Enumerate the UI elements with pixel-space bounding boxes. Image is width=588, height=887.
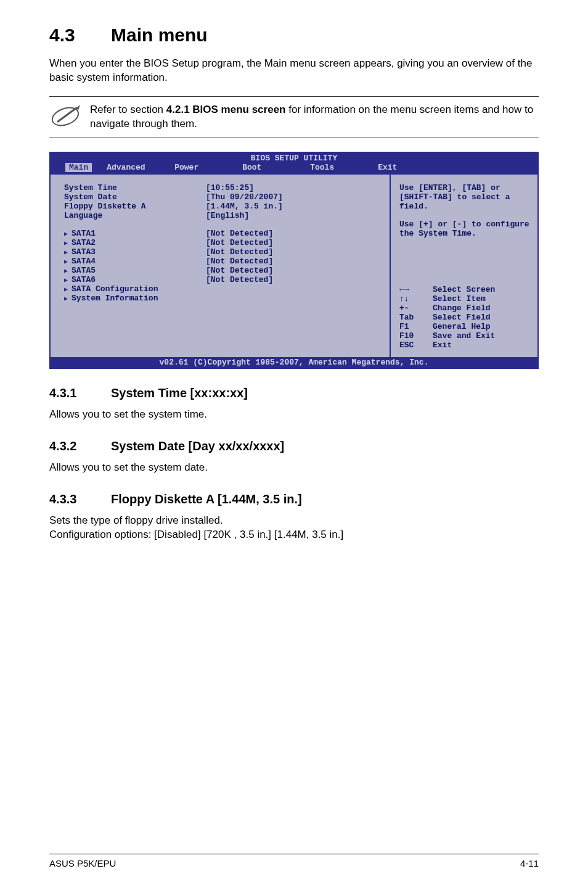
bios-tab: Exit: [378, 163, 446, 172]
subsection-number: 4.3.3: [49, 492, 111, 506]
subsection-number: 4.3.1: [49, 386, 111, 400]
bios-field-value: [Not Detected]: [206, 238, 273, 247]
bios-key: ←→: [399, 285, 433, 294]
bios-field-value: [Thu 09/20/2007]: [206, 192, 283, 202]
bios-field-row: Language[English]: [64, 211, 382, 220]
bios-key: +-: [399, 303, 433, 313]
bios-key-row: ↑↓Select Item: [399, 294, 530, 303]
bios-field-label: System Time: [64, 183, 206, 192]
bios-key-desc: Change Field: [433, 303, 491, 313]
bios-field-label: SATA6: [64, 275, 206, 284]
bios-field-row: SATA3[Not Detected]: [64, 247, 382, 257]
bios-field-label: System Date: [64, 192, 206, 202]
subsection: 4.3.1System Time [xx:xx:xx]Allows you to…: [49, 386, 539, 422]
footer-left: ASUS P5K/EPU: [49, 858, 116, 868]
bios-field-value: [Not Detected]: [206, 229, 273, 238]
intro-paragraph: When you enter the BIOS Setup program, t…: [49, 57, 539, 85]
bios-help-pane: Use [ENTER], [TAB] or [SHIFT-TAB] to sel…: [391, 173, 537, 357]
bios-field-value: [English]: [206, 211, 249, 220]
bios-header-title: BIOS SETUP UTILITY: [51, 154, 537, 163]
bios-key: ESC: [399, 340, 433, 350]
bios-left-pane: System Time[10:55:25]System Date[Thu 09/…: [51, 173, 391, 357]
bios-footer: v02.61 (C)Copyright 1985-2007, American …: [51, 357, 537, 368]
subsection-title: Floppy Diskette A [1.44M, 3.5 in.]: [111, 492, 302, 506]
note-text: Refer to section 4.2.1 BIOS menu screen …: [90, 103, 539, 131]
bios-field-row: Floppy Diskette A[1.44M, 3.5 in.]: [64, 202, 382, 211]
section-heading: 4.3Main menu: [49, 25, 539, 46]
bios-key-desc: Select Field: [433, 313, 491, 322]
bios-key-row: ESCExit: [399, 340, 530, 350]
bios-key-desc: Select Screen: [433, 285, 495, 294]
bios-field-value: [Not Detected]: [206, 266, 273, 275]
bios-screenshot: BIOS SETUP UTILITY Main Advanced Power B…: [49, 152, 539, 369]
bios-field-label: SATA5: [64, 266, 206, 275]
bios-key-row: +-Change Field: [399, 303, 530, 313]
bios-field-label: Language: [64, 211, 206, 220]
bios-key-row: TabSelect Field: [399, 313, 530, 322]
bios-submenu-label: SATA Configuration: [64, 284, 206, 294]
bios-field-row: SATA4[Not Detected]: [64, 257, 382, 266]
subsection: 4.3.2System Date [Day xx/xx/xxxx]Allows …: [49, 439, 539, 475]
bios-submenu-label: System Information: [64, 294, 206, 303]
bios-key: ↑↓: [399, 294, 433, 303]
bios-field-value: [Not Detected]: [206, 275, 273, 284]
bios-field-row: SATA1[Not Detected]: [64, 229, 382, 238]
subsection-number: 4.3.2: [49, 439, 111, 453]
bios-field-label: SATA3: [64, 247, 206, 257]
bios-tab-main: Main: [65, 163, 92, 172]
bios-field-value: [10:55:25]: [206, 183, 254, 192]
subsection-heading: 4.3.3Floppy Diskette A [1.44M, 3.5 in.]: [49, 492, 539, 506]
subsection-heading: 4.3.1System Time [xx:xx:xx]: [49, 386, 539, 400]
subsection-body: Allows you to set the system date.: [49, 461, 539, 475]
subsection-body: Allows you to set the system time.: [49, 408, 539, 422]
subsection-title: System Date [Day xx/xx/xxxx]: [111, 439, 284, 453]
bios-key: Tab: [399, 313, 433, 322]
subsection: 4.3.3Floppy Diskette A [1.44M, 3.5 in.]S…: [49, 492, 539, 542]
section-title-text: Main menu: [111, 25, 208, 45]
bios-key: F10: [399, 331, 433, 340]
bios-field-row: SATA6[Not Detected]: [64, 275, 382, 284]
bios-field-row: System Date[Thu 09/20/2007]: [64, 192, 382, 202]
subsection-title: System Time [xx:xx:xx]: [111, 386, 248, 400]
footer-right: 4-11: [520, 858, 539, 868]
bios-key-desc: Exit: [433, 340, 452, 350]
bios-tab: Tools: [310, 163, 378, 172]
bios-submenu-row: System Information: [64, 294, 382, 303]
bios-field-label: SATA2: [64, 238, 206, 247]
bios-field-value: [Not Detected]: [206, 257, 273, 266]
bios-help-keys: ←→Select Screen↑↓Select Item+-Change Fie…: [399, 285, 530, 350]
bios-tab: Power: [174, 163, 242, 172]
bios-field-label: SATA1: [64, 229, 206, 238]
page-footer: ASUS P5K/EPU 4-11: [49, 854, 539, 868]
bios-tab: Advanced: [107, 163, 174, 172]
bios-tab: Boot: [242, 163, 310, 172]
bios-submenu-row: SATA Configuration: [64, 284, 382, 294]
note-icon: [49, 103, 81, 130]
bios-key-row: F1General Help: [399, 322, 530, 331]
bios-key-desc: Save and Exit: [433, 331, 495, 340]
note-box: Refer to section 4.2.1 BIOS menu screen …: [49, 96, 539, 138]
bios-help-text: Use [ENTER], [TAB] or [SHIFT-TAB] to sel…: [399, 183, 530, 211]
bios-field-value: [1.44M, 3.5 in.]: [206, 202, 283, 211]
bios-field-value: [Not Detected]: [206, 247, 273, 257]
bios-field-label: Floppy Diskette A: [64, 202, 206, 211]
bios-field-label: SATA4: [64, 257, 206, 266]
bios-body: System Time[10:55:25]System Date[Thu 09/…: [51, 173, 537, 357]
subsection-body: Sets the type of floppy drive installed.…: [49, 514, 539, 542]
bios-key: F1: [399, 322, 433, 331]
bios-key-row: F10Save and Exit: [399, 331, 530, 340]
section-number: 4.3: [49, 25, 111, 46]
bios-help-text: Use [+] or [-] to configure the System T…: [399, 220, 530, 238]
bios-field-row: SATA2[Not Detected]: [64, 238, 382, 247]
bios-key-row: ←→Select Screen: [399, 285, 530, 294]
bios-header: BIOS SETUP UTILITY Main Advanced Power B…: [51, 153, 537, 173]
bios-field-row: System Time[10:55:25]: [64, 183, 382, 192]
bios-menu-tabs: Main Advanced Power Boot Tools Exit: [51, 163, 537, 173]
bios-key-desc: Select Item: [433, 294, 486, 303]
note-bold: 4.2.1 BIOS menu screen: [166, 104, 286, 115]
note-pre: Refer to section: [90, 104, 166, 115]
subsection-heading: 4.3.2System Date [Day xx/xx/xxxx]: [49, 439, 539, 453]
bios-key-desc: General Help: [433, 322, 491, 331]
bios-field-row: SATA5[Not Detected]: [64, 266, 382, 275]
